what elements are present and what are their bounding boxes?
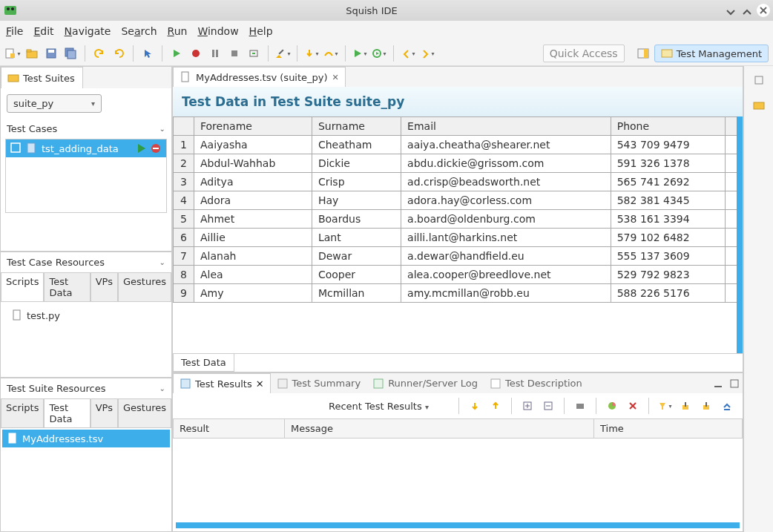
upload-results-icon[interactable] [719, 398, 735, 414]
export-results-icon[interactable] [698, 398, 714, 414]
open-perspective-button[interactable] [635, 45, 651, 62]
table-cell[interactable]: Adora [194, 191, 312, 210]
table-cell[interactable]: Mcmillan [312, 284, 401, 303]
table-row[interactable]: 7AlanahDewara.dewar@handfield.eu555 137 … [174, 247, 743, 266]
step-into-button[interactable] [303, 45, 320, 62]
col-phone[interactable]: Phone [611, 117, 725, 136]
table-cell[interactable]: Ahmet [194, 210, 312, 229]
table-cell[interactable]: abdu.dickie@grissom.com [401, 154, 611, 173]
table-cell[interactable]: Crisp [312, 173, 401, 191]
table-cell[interactable]: Hay [312, 191, 401, 210]
delete-testcase-icon[interactable] [150, 142, 162, 154]
run-last-button[interactable] [371, 45, 387, 62]
suite-tab-vps[interactable]: VPs [91, 398, 118, 427]
perspective-test-management[interactable]: Test Management [654, 45, 769, 62]
table-row[interactable]: 1AaiyashaCheathamaaiya.cheatha@shearer.n… [174, 136, 743, 154]
table-cell[interactable]: Dewar [312, 247, 401, 266]
table-cell[interactable]: amy.mcmillan@robb.eu [401, 284, 611, 303]
table-cell[interactable]: adora.hay@corless.com [401, 191, 611, 210]
table-row[interactable]: 2Abdul-WahhabDickieabdu.dickie@grissom.c… [174, 154, 743, 173]
filter-icon[interactable] [657, 398, 673, 414]
editor-bottom-tab-testdata[interactable]: Test Data [173, 354, 234, 372]
table-cell[interactable]: ad.crisp@beadsworth.net [401, 173, 611, 191]
table-cell[interactable]: aaiya.cheatha@shearer.net [401, 136, 611, 154]
table-cell[interactable]: ailli.lant@harkins.net [401, 229, 611, 247]
expand-all-icon[interactable] [519, 398, 536, 414]
table-cell[interactable]: Alanah [194, 247, 312, 266]
vertical-scrollbar[interactable] [737, 116, 743, 353]
col-forename[interactable]: Forename [194, 117, 312, 136]
menu-help[interactable]: Help [249, 25, 273, 37]
menu-window[interactable]: Window [197, 25, 238, 37]
open-suite-button[interactable] [24, 45, 40, 62]
table-row[interactable]: 4AdoraHayadora.hay@corless.com582 381 43… [174, 191, 743, 210]
table-cell[interactable]: 588 226 5176 [611, 284, 725, 303]
table-cell[interactable]: a.dewar@handfield.eu [401, 247, 611, 266]
case-tab-testdata[interactable]: Test Data [44, 272, 90, 301]
minimized-view-icon[interactable] [751, 97, 767, 114]
table-cell[interactable]: Lant [312, 229, 401, 247]
table-row[interactable]: 6AillieLantailli.lant@harkins.net579 102… [174, 229, 743, 247]
forward-button[interactable] [419, 45, 435, 62]
close-tab-icon[interactable]: ✕ [256, 378, 264, 390]
table-cell[interactable]: Dickie [312, 154, 401, 173]
results-tab-testresults[interactable]: Test Results ✕ [173, 373, 271, 393]
recent-results-dropdown[interactable]: Recent Test Results ▾ [329, 401, 429, 412]
minimize-view-icon[interactable] [710, 375, 726, 392]
suite-dropdown[interactable]: suite_py ▾ [7, 94, 102, 113]
table-cell[interactable]: Aditya [194, 173, 312, 191]
results-col-result[interactable]: Result [174, 419, 285, 439]
pick-button[interactable] [274, 45, 291, 62]
table-cell[interactable]: Cooper [312, 266, 401, 284]
pause-button[interactable] [207, 45, 223, 62]
table-cell[interactable]: Aillie [194, 229, 312, 247]
case-tab-vps[interactable]: VPs [91, 272, 118, 301]
suite-tab-scripts[interactable]: Scripts [1, 398, 44, 427]
table-row[interactable]: 8AleaCooperalea.cooper@breedlove.net529 … [174, 266, 743, 284]
table-row[interactable]: 9AmyMcmillanamy.mcmillan@robb.eu588 226 … [174, 284, 743, 303]
suite-resources-header[interactable]: Test Suite Resources ⌄ [1, 378, 171, 398]
results-col-message[interactable]: Message [285, 419, 594, 439]
minimize-button[interactable] [724, 4, 737, 17]
maximize-button[interactable] [740, 4, 754, 17]
table-cell[interactable]: Abdul-Wahhab [194, 154, 312, 173]
case-tab-scripts[interactable]: Scripts [1, 272, 44, 301]
clear-results-icon[interactable] [625, 398, 641, 414]
table-row[interactable]: 5AhmetBoardusa.board@oldenburg.com538 16… [174, 210, 743, 229]
test-cases-header[interactable]: Test Cases ⌄ [1, 119, 171, 139]
collapse-all-icon[interactable] [540, 398, 556, 414]
suite-tab-testdata[interactable]: Test Data [44, 398, 90, 427]
menu-search[interactable]: Search [121, 25, 157, 37]
maximize-view-icon[interactable] [726, 375, 743, 392]
editor-tab[interactable]: MyAddresses.tsv (suite_py) ✕ [173, 67, 346, 87]
redo-button[interactable] [111, 45, 127, 62]
table-cell[interactable]: Cheatham [312, 136, 401, 154]
col-email[interactable]: Email [401, 117, 611, 136]
close-tab-icon[interactable]: ✕ [332, 73, 339, 82]
table-cell[interactable]: 579 102 6482 [611, 229, 725, 247]
screenshot-icon[interactable] [572, 398, 588, 414]
relaunch-button[interactable] [352, 45, 368, 62]
table-cell[interactable]: 582 381 4345 [611, 191, 725, 210]
new-button[interactable] [4, 45, 21, 62]
quick-access-field[interactable]: Quick Access [543, 45, 625, 62]
case-tab-gestures[interactable]: Gestures [118, 272, 171, 301]
prev-result-icon[interactable] [487, 398, 504, 414]
test-suites-view-tab[interactable]: Test Suites [1, 67, 83, 88]
table-cell[interactable]: 529 792 9823 [611, 266, 725, 284]
results-col-time[interactable]: Time [594, 419, 743, 439]
close-button[interactable] [757, 4, 770, 17]
menu-run[interactable]: Run [168, 25, 188, 37]
stop-button[interactable] [226, 45, 243, 62]
restore-view-icon[interactable] [751, 72, 767, 88]
table-cell[interactable]: 555 137 3609 [611, 247, 725, 266]
table-cell[interactable]: alea.cooper@breedlove.net [401, 266, 611, 284]
save-button[interactable] [43, 45, 59, 62]
suite-resource-file[interactable]: MyAddresses.tsv [2, 430, 170, 447]
table-cell[interactable]: Amy [194, 284, 312, 303]
back-button[interactable] [400, 45, 416, 62]
record-button[interactable] [188, 45, 204, 62]
pie-chart-icon[interactable] [604, 398, 620, 414]
run-testcase-icon[interactable] [136, 142, 148, 154]
test-case-item[interactable]: tst_adding_data [6, 139, 166, 157]
